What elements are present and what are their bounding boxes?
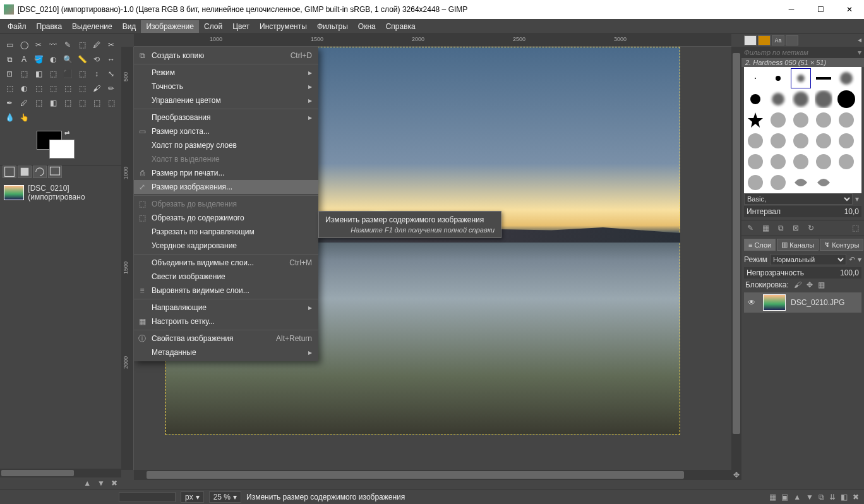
lock-position-icon[interactable]: ✥ bbox=[807, 280, 813, 289]
brush-filter[interactable]: ▾ bbox=[741, 47, 864, 58]
menu-item--[interactable]: Направляющие▸ bbox=[134, 301, 318, 315]
tool-15[interactable]: ↔ bbox=[104, 52, 118, 66]
brush-preset[interactable] bbox=[813, 152, 834, 172]
minimize-button[interactable]: ─ bbox=[777, 0, 806, 19]
new-brush-icon[interactable]: ▦ bbox=[760, 223, 771, 233]
menu-item--[interactable]: Холст по размеру слоев bbox=[134, 138, 318, 152]
brush-preset[interactable] bbox=[836, 172, 856, 193]
tool-34[interactable]: ⬚ bbox=[32, 96, 45, 110]
brush-filter-input[interactable] bbox=[744, 49, 858, 56]
menu-item--[interactable]: Режим▸ bbox=[134, 66, 318, 80]
brush-preset[interactable] bbox=[745, 131, 765, 151]
tool-28[interactable]: ⬚ bbox=[61, 81, 75, 95]
patterns-tab[interactable] bbox=[758, 35, 771, 45]
tool-3[interactable]: 〰 bbox=[46, 38, 60, 52]
brush-preset[interactable] bbox=[768, 131, 788, 151]
vertical-scrollbar[interactable] bbox=[731, 47, 741, 470]
brush-preset[interactable] bbox=[813, 172, 834, 193]
vertical-ruler[interactable]: 500100015002000 bbox=[121, 47, 134, 470]
menu-item--[interactable]: Усердное кадрирование bbox=[134, 239, 318, 253]
tool-30[interactable]: 🖌 bbox=[90, 81, 104, 95]
visibility-icon[interactable]: 👁 bbox=[748, 298, 758, 307]
dropdown-icon[interactable]: ▾ bbox=[853, 195, 861, 203]
menu-выделение[interactable]: Выделение bbox=[67, 20, 117, 33]
brushes-tab[interactable] bbox=[744, 35, 757, 45]
tool-40[interactable]: 💧 bbox=[3, 111, 16, 124]
edit-brush-icon[interactable]: ✎ bbox=[745, 223, 755, 233]
menu-item--[interactable]: ⧉Создать копиюCtrl+D bbox=[134, 49, 318, 63]
menu-файл[interactable]: Файл bbox=[3, 20, 32, 33]
layer-row[interactable]: 👁 DSC_0210.JPG bbox=[744, 292, 861, 313]
tool-20[interactable]: ⬛ bbox=[61, 67, 75, 81]
tool-8[interactable]: ⧉ bbox=[3, 52, 16, 66]
brush-preset[interactable] bbox=[791, 68, 811, 88]
brush-preset[interactable] bbox=[745, 172, 765, 193]
layers-tab[interactable]: ≡Слои bbox=[744, 239, 776, 251]
brush-preset[interactable] bbox=[813, 110, 834, 130]
fonts-tab[interactable]: Aa bbox=[772, 35, 784, 45]
unit-selector[interactable]: px▾ bbox=[181, 491, 204, 503]
tool-19[interactable]: ⬚ bbox=[46, 67, 60, 81]
menu-справка[interactable]: Справка bbox=[381, 20, 421, 33]
tool-9[interactable]: A bbox=[17, 52, 31, 66]
device-status-tab[interactable] bbox=[18, 165, 32, 178]
new-layer-icon[interactable]: ▦ bbox=[769, 493, 776, 501]
menu-изображение[interactable]: Изображение bbox=[141, 20, 199, 33]
tool-14[interactable]: ⟲ bbox=[90, 52, 104, 66]
channels-tab[interactable]: ▥Каналы bbox=[777, 239, 819, 251]
left-scrollbar[interactable] bbox=[0, 469, 121, 477]
tool-16[interactable]: ⊡ bbox=[3, 67, 16, 81]
zoom-selector[interactable]: 25 %▾ bbox=[209, 491, 241, 503]
menu-окна[interactable]: Окна bbox=[353, 20, 381, 33]
blend-mode-select[interactable]: Нормальный bbox=[770, 254, 846, 265]
reset-icon[interactable]: ↶ bbox=[849, 255, 855, 264]
brush-grid[interactable] bbox=[744, 67, 861, 193]
menu-item--[interactable]: ⬚Обрезать до содержимого bbox=[134, 211, 318, 225]
paths-tab[interactable]: ↯Контуры bbox=[820, 239, 863, 251]
tool-23[interactable]: ⤡ bbox=[104, 67, 118, 81]
menu-item--[interactable]: ▦Настроить сетку... bbox=[134, 315, 318, 328]
brush-preset[interactable] bbox=[745, 68, 765, 88]
brush-preset[interactable] bbox=[791, 152, 811, 172]
merge-down-icon[interactable]: ⇊ bbox=[829, 493, 836, 501]
swap-colors-icon[interactable]: ⇄ bbox=[64, 129, 69, 136]
menu-цвет[interactable]: Цвет bbox=[227, 20, 255, 33]
tool-6[interactable]: 🖉 bbox=[90, 38, 104, 52]
tool-11[interactable]: ◐ bbox=[46, 52, 60, 66]
delete-icon[interactable]: ✖ bbox=[111, 479, 117, 488]
refresh-brush-icon[interactable]: ↻ bbox=[806, 223, 816, 233]
brush-preset[interactable] bbox=[836, 152, 856, 172]
tool-21[interactable]: ⬚ bbox=[75, 67, 89, 81]
brush-preset[interactable] bbox=[791, 131, 811, 151]
menu-item--[interactable]: Разрезать по направляющим bbox=[134, 225, 318, 239]
dropdown-icon[interactable]: ▾ bbox=[858, 255, 861, 264]
tool-26[interactable]: ⬚ bbox=[32, 81, 45, 95]
brush-preset[interactable] bbox=[768, 68, 788, 88]
tool-7[interactable]: ✂ bbox=[104, 38, 118, 52]
delete-layer-icon[interactable]: ✖ bbox=[853, 493, 859, 501]
tool-12[interactable]: 🔍 bbox=[61, 52, 75, 66]
tool-37[interactable]: ⬚ bbox=[75, 96, 89, 110]
menu-правка[interactable]: Правка bbox=[32, 20, 68, 33]
images-tab[interactable] bbox=[48, 165, 62, 178]
tool-18[interactable]: ◧ bbox=[32, 67, 45, 81]
tool-options-tab[interactable] bbox=[3, 165, 16, 178]
new-group-icon[interactable]: ▣ bbox=[781, 493, 788, 501]
lock-alpha-icon[interactable]: ▦ bbox=[818, 280, 825, 289]
brush-preset[interactable] bbox=[791, 89, 811, 109]
tool-38[interactable]: ⬚ bbox=[90, 96, 104, 110]
history-tab[interactable] bbox=[786, 35, 798, 45]
brush-preset[interactable] bbox=[768, 110, 788, 130]
menu-item--[interactable]: ▭Размер холста... bbox=[134, 124, 318, 138]
menu-фильтры[interactable]: Фильтры bbox=[312, 20, 353, 33]
menu-item--[interactable]: ≡Выровнять видимые слои... bbox=[134, 284, 318, 297]
lock-pixels-icon[interactable]: 🖌 bbox=[794, 280, 801, 289]
brush-preset[interactable] bbox=[768, 89, 788, 109]
brush-preset[interactable] bbox=[791, 110, 811, 130]
tool-0[interactable]: ▭ bbox=[3, 38, 16, 52]
navigation-corner[interactable]: ✥ bbox=[731, 470, 741, 480]
brush-preset[interactable] bbox=[813, 89, 834, 109]
brush-preset[interactable] bbox=[745, 110, 765, 130]
tool-17[interactable]: ⬚ bbox=[17, 67, 31, 81]
raise-layer-icon[interactable]: ▲ bbox=[793, 493, 801, 501]
